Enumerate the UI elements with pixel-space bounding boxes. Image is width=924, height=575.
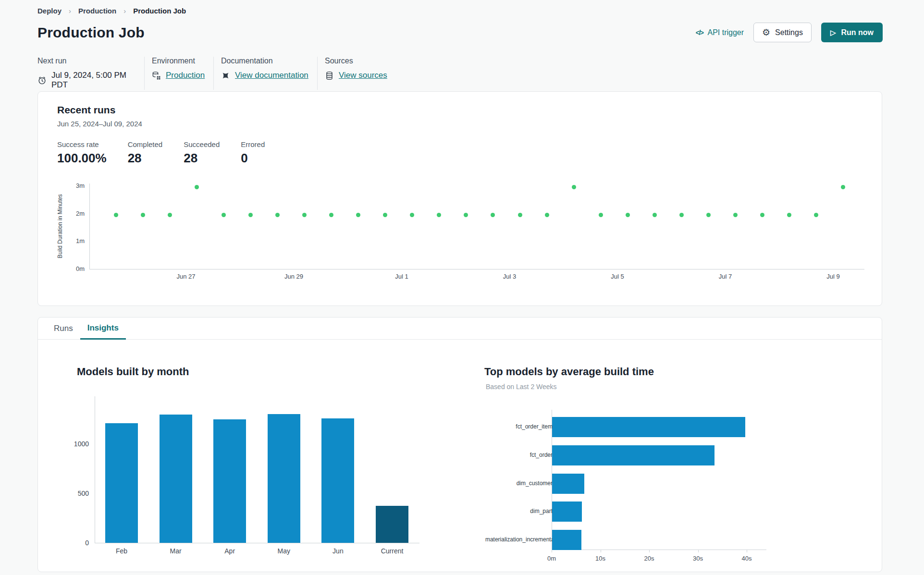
scatter-point[interactable] — [760, 213, 764, 217]
sources-value: View sources — [325, 71, 387, 80]
hbar-bar[interactable] — [552, 445, 715, 465]
hbar-x-tick-label: 30s — [684, 555, 713, 562]
bar-x-axis-line — [95, 543, 419, 543]
scatter-point[interactable] — [410, 213, 414, 217]
scatter-point[interactable] — [275, 213, 280, 217]
code-icon: </> — [696, 29, 703, 37]
play-icon: ▷ — [830, 29, 836, 36]
recent-runs-chart-layer: Build Duration in Minutes3m2m1m0mJun 27J… — [38, 92, 882, 306]
scatter-point[interactable] — [114, 213, 118, 217]
scatter-point[interactable] — [653, 213, 657, 217]
x-tick-label: Jun 29 — [272, 273, 316, 280]
scatter-point[interactable] — [787, 213, 791, 217]
bar[interactable] — [321, 418, 354, 543]
scatter-point[interactable] — [679, 213, 684, 217]
bar[interactable] — [160, 415, 192, 543]
y-axis-line — [89, 184, 90, 269]
breadcrumb-deploy[interactable]: Deploy — [37, 7, 62, 15]
y-tick-label: 1m — [38, 237, 85, 245]
environment-link[interactable]: Production — [166, 71, 205, 80]
x-axis-line — [89, 269, 864, 269]
scatter-point[interactable] — [222, 213, 226, 217]
sources-section: Sources View sources — [317, 57, 387, 90]
insights-card: Runs Insights Models built by month Top … — [37, 317, 882, 572]
scatter-point[interactable] — [437, 213, 441, 217]
bar-y-tick-label: 500 — [57, 489, 89, 497]
bar-x-tick-label: Jun — [316, 547, 359, 555]
scatter-point[interactable] — [195, 185, 199, 189]
hbar-x-tick-label: 0m — [537, 555, 566, 562]
y-tick-label: 0m — [38, 265, 85, 272]
recent-runs-card: Recent runs Jun 25, 2024–Jul 09, 2024 Su… — [37, 91, 882, 306]
scatter-point[interactable] — [599, 213, 603, 217]
scatter-point[interactable] — [733, 213, 738, 217]
scatter-point[interactable] — [706, 213, 711, 217]
hbar-category-label: dim_parts — [402, 508, 555, 514]
view-sources-link[interactable]: View sources — [339, 71, 387, 80]
scatter-point[interactable] — [518, 213, 522, 217]
bar-x-tick-label: May — [262, 547, 306, 555]
hbar-bar[interactable] — [552, 417, 745, 437]
scatter-point[interactable] — [841, 185, 845, 189]
bar-x-tick-label: Feb — [100, 547, 143, 555]
environment-value: Production — [152, 71, 213, 80]
hbar-bar[interactable] — [552, 474, 584, 494]
api-trigger-link[interactable]: </> API trigger — [696, 28, 744, 37]
next-run-section: Next run Jul 9, 2024, 5:00 PM PDT — [37, 57, 144, 90]
settings-label: Settings — [775, 28, 803, 37]
hbar-category-label: materialization_incremental — [402, 536, 555, 543]
scatter-point[interactable] — [545, 213, 549, 217]
x-tick-label: Jul 3 — [488, 273, 531, 280]
scatter-point[interactable] — [383, 213, 387, 217]
scatter-point[interactable] — [248, 213, 253, 217]
breadcrumb-production[interactable]: Production — [78, 7, 116, 15]
y-tick-label: 3m — [38, 182, 85, 189]
scatter-point[interactable] — [168, 213, 172, 217]
scatter-point[interactable] — [491, 213, 495, 217]
scatter-point[interactable] — [141, 213, 145, 217]
gear-icon: ⚙ — [762, 28, 770, 37]
scatter-point[interactable] — [356, 213, 360, 217]
environment-section: Environment Production — [144, 57, 213, 90]
settings-button[interactable]: ⚙ Settings — [753, 23, 812, 42]
scatter-point[interactable] — [572, 185, 576, 189]
hbar-x-tick-mark — [747, 550, 747, 552]
x-tick-label: Jul 5 — [596, 273, 639, 280]
scatter-point[interactable] — [464, 213, 468, 217]
bar-x-tick-label: Current — [370, 547, 414, 555]
hbar-bar[interactable] — [552, 530, 581, 550]
bar-x-tick-label: Mar — [154, 547, 197, 555]
bar[interactable] — [268, 414, 300, 543]
page-title: Production Job — [37, 24, 145, 41]
run-now-label: Run now — [841, 28, 874, 37]
bar[interactable] — [105, 423, 138, 543]
scatter-point[interactable] — [814, 213, 818, 217]
hbar-category-label: dim_customers — [402, 480, 555, 487]
hbar-category-label: fct_order_items — [402, 423, 555, 430]
hbar-x-tick-label: 40s — [732, 555, 761, 562]
view-documentation-link[interactable]: View documentation — [235, 71, 308, 80]
hbar-bar[interactable] — [552, 502, 582, 522]
x-tick-label: Jul 7 — [704, 273, 747, 280]
bar-y-tick-label: 0 — [57, 539, 89, 547]
title-row: Production Job </> API trigger ⚙ Setting… — [37, 23, 883, 42]
documentation-value: View documentation — [221, 71, 317, 80]
scatter-point[interactable] — [302, 213, 307, 217]
scatter-point[interactable] — [626, 213, 630, 217]
environment-label: Environment — [152, 57, 213, 65]
next-run-label: Next run — [37, 57, 144, 65]
hbar-x-tick-label: 20s — [635, 555, 664, 562]
hbar-category-label: fct_orders — [402, 452, 555, 458]
bar-x-tick-label: Apr — [208, 547, 251, 555]
run-now-button[interactable]: ▷ Run now — [821, 23, 883, 42]
x-tick-label: Jul 1 — [380, 273, 423, 280]
bar[interactable] — [213, 419, 246, 543]
x-tick-label: Jun 27 — [164, 273, 208, 280]
chevron-right-icon: › — [69, 7, 71, 15]
scatter-point[interactable] — [329, 213, 333, 217]
bar-y-tick-label: 1000 — [57, 440, 89, 448]
hbar-x-tick-mark — [649, 550, 650, 552]
header-actions: </> API trigger ⚙ Settings ▷ Run now — [696, 23, 883, 42]
job-info-strip: Next run Jul 9, 2024, 5:00 PM PDT Enviro… — [37, 57, 883, 90]
documentation-label: Documentation — [221, 57, 317, 65]
